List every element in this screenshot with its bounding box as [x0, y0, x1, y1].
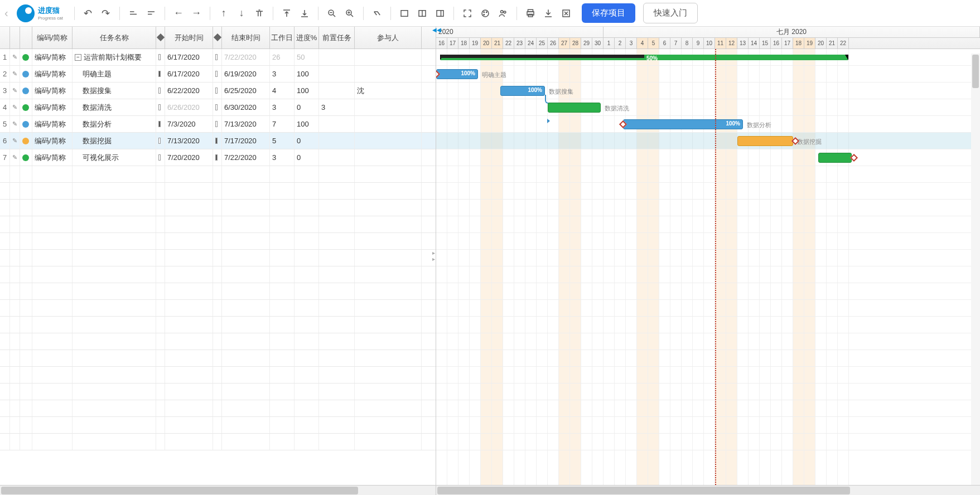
- cell-end-chk[interactable]: [213, 149, 222, 166]
- table-row[interactable]: [0, 266, 436, 283]
- users-icon[interactable]: [495, 6, 511, 21]
- table-row[interactable]: [0, 183, 436, 200]
- cell-name[interactable]: 数据搜集: [73, 82, 156, 99]
- color-dot[interactable]: [20, 133, 32, 149]
- outdent-icon[interactable]: ←: [171, 6, 186, 21]
- col-predecessor[interactable]: 前置任务: [319, 27, 355, 48]
- gantt-row[interactable]: [436, 384, 980, 400]
- table-row[interactable]: [0, 216, 436, 233]
- indent-icon[interactable]: →: [189, 6, 204, 21]
- collapse-left-icon[interactable]: ◀◀: [432, 27, 440, 35]
- cell-end-chk[interactable]: [213, 66, 222, 82]
- gantt-row[interactable]: 数据挖掘: [436, 133, 980, 149]
- table-row[interactable]: 4✎编码/简称数据清洗6/26/20206/30/2020303: [0, 99, 436, 116]
- cell-code[interactable]: 编码/简称: [32, 82, 73, 99]
- table-row[interactable]: [0, 434, 436, 450]
- cell-predecessor[interactable]: [319, 133, 355, 149]
- back-chevron-icon[interactable]: ‹: [4, 7, 15, 20]
- cell-participant[interactable]: [355, 66, 422, 82]
- cell-end[interactable]: 6/25/2020: [222, 82, 270, 99]
- cell-participant[interactable]: [355, 133, 422, 149]
- color-dot[interactable]: [20, 49, 32, 65]
- table-row[interactable]: [0, 250, 436, 266]
- cell-predecessor[interactable]: [319, 49, 355, 65]
- gantt-row[interactable]: [436, 250, 980, 266]
- cell-predecessor[interactable]: 3: [319, 99, 355, 115]
- edit-icon[interactable]: ✎: [10, 116, 20, 132]
- cell-progress[interactable]: 100: [295, 66, 319, 82]
- vscroll[interactable]: [971, 54, 980, 485]
- cell-end-chk[interactable]: [213, 82, 222, 99]
- cell-name[interactable]: 数据清洗: [73, 99, 156, 115]
- col-name[interactable]: 任务名称: [73, 27, 156, 48]
- link-icon[interactable]: [369, 6, 385, 21]
- insert-below-icon[interactable]: [143, 6, 159, 21]
- gantt-bar[interactable]: 50%: [441, 55, 848, 60]
- gantt-bar[interactable]: 100%数据搜集: [500, 86, 545, 96]
- cell-end-chk[interactable]: [213, 49, 222, 65]
- table-row[interactable]: 5✎编码/简称数据分析7/3/20207/13/20207100: [0, 116, 436, 133]
- edit-icon[interactable]: ✎: [10, 149, 20, 166]
- cell-start[interactable]: 7/20/2020: [165, 149, 213, 166]
- table-row[interactable]: [0, 200, 436, 216]
- cell-code[interactable]: 编码/简称: [32, 49, 73, 65]
- edit-icon[interactable]: ✎: [10, 82, 20, 99]
- quickstart-button[interactable]: 快速入门: [643, 3, 698, 23]
- cell-progress[interactable]: 0: [295, 99, 319, 115]
- table-row[interactable]: 1✎编码/简称−运营前期计划概要6/17/20207/22/20202650: [0, 49, 436, 66]
- cell-participant[interactable]: [355, 49, 422, 65]
- table-row[interactable]: [0, 300, 436, 317]
- cell-start-chk[interactable]: [156, 66, 165, 82]
- table-row[interactable]: [0, 367, 436, 384]
- align-bottom-icon[interactable]: [297, 6, 312, 21]
- gantt-bar[interactable]: 100%明确主题: [436, 69, 478, 79]
- gantt-row[interactable]: [436, 333, 980, 350]
- palette-icon[interactable]: [477, 6, 493, 21]
- gantt-row[interactable]: [436, 417, 980, 434]
- gantt-bar[interactable]: 数据挖掘: [737, 136, 793, 146]
- cell-duration[interactable]: 3: [270, 149, 295, 166]
- cell-end-chk[interactable]: [213, 133, 222, 149]
- gantt-row[interactable]: [436, 300, 980, 317]
- cell-predecessor[interactable]: [319, 149, 355, 166]
- col-participant[interactable]: 参与人: [355, 27, 422, 48]
- cell-start[interactable]: 6/17/2020: [165, 66, 213, 82]
- gantt-bar[interactable]: 100%数据分析: [623, 119, 743, 129]
- zoom-in-icon[interactable]: [342, 6, 358, 21]
- gantt-bar[interactable]: [818, 153, 852, 163]
- cell-end[interactable]: 7/17/2020: [222, 133, 270, 149]
- gantt-row[interactable]: [436, 183, 980, 200]
- cell-end[interactable]: 6/30/2020: [222, 99, 270, 115]
- cell-end-chk[interactable]: [213, 99, 222, 115]
- cell-end-chk[interactable]: [213, 116, 222, 132]
- color-dot[interactable]: [20, 116, 32, 132]
- table-row[interactable]: 6✎编码/简称数据挖掘7/13/20207/17/202050: [0, 133, 436, 149]
- cell-predecessor[interactable]: [319, 66, 355, 82]
- gantt-row[interactable]: [436, 317, 980, 333]
- gantt-row[interactable]: [436, 149, 980, 166]
- table-row[interactable]: [0, 317, 436, 333]
- table-row[interactable]: 3✎编码/简称数据搜集6/22/20206/25/20204100沈: [0, 82, 436, 99]
- cell-code[interactable]: 编码/简称: [32, 66, 73, 82]
- splitter-handle[interactable]: ▸▸: [432, 250, 438, 266]
- col-progress[interactable]: 进度%: [295, 27, 319, 48]
- cell-participant[interactable]: [355, 116, 422, 132]
- cell-progress[interactable]: 0: [295, 133, 319, 149]
- gantt-row[interactable]: [436, 283, 980, 300]
- undo-icon[interactable]: ↶: [80, 6, 96, 21]
- excel-icon[interactable]: [558, 6, 574, 21]
- color-dot[interactable]: [20, 66, 32, 82]
- gantt-row[interactable]: [436, 216, 980, 233]
- cell-duration[interactable]: 26: [270, 49, 295, 65]
- cell-duration[interactable]: 7: [270, 116, 295, 132]
- cell-start[interactable]: 6/17/2020: [165, 49, 213, 65]
- redo-icon[interactable]: ↷: [98, 6, 114, 21]
- print-icon[interactable]: [523, 6, 538, 21]
- table-row[interactable]: [0, 417, 436, 434]
- edit-icon[interactable]: ✎: [10, 133, 20, 149]
- collapse-icon[interactable]: −: [75, 54, 81, 61]
- cell-start[interactable]: 6/22/2020: [165, 82, 213, 99]
- cell-start-chk[interactable]: [156, 82, 165, 99]
- edit-icon[interactable]: ✎: [10, 66, 20, 82]
- cell-participant[interactable]: 沈: [355, 82, 422, 99]
